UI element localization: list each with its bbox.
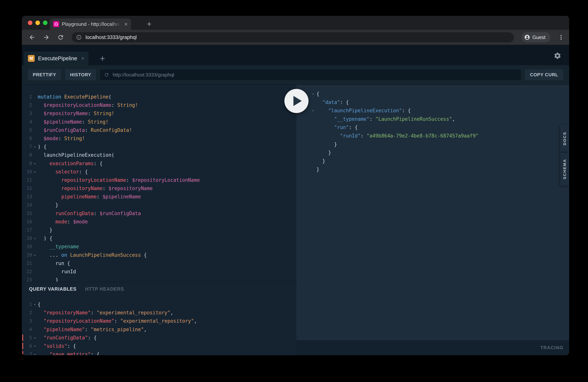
tab-query-variables[interactable]: QUERY VARIABLES bbox=[29, 286, 77, 292]
browser-tab[interactable]: Playground - http://localhost:3 × bbox=[50, 19, 131, 30]
fold-caret-icon[interactable]: ▾ bbox=[32, 350, 38, 355]
query-editor-line[interactable]: 16 mode: $mode bbox=[22, 217, 296, 226]
line-number: 20 bbox=[22, 251, 32, 259]
response-line[interactable]: "__typename": "LaunchPipelineRunSuccess"… bbox=[310, 115, 569, 123]
query-editor-line[interactable]: 7▾) { bbox=[22, 143, 296, 151]
query-editor-line[interactable]: 6 $mode: String! bbox=[22, 134, 296, 143]
fold-caret-icon[interactable]: ▾ bbox=[310, 106, 316, 115]
variables-editor-line[interactable]: 5▾ "runConfigData": { bbox=[22, 334, 296, 342]
response-line[interactable]: "data": { bbox=[310, 98, 569, 106]
fold-caret-icon[interactable]: ▾ bbox=[32, 342, 38, 350]
query-editor-line[interactable]: 1mutation ExecutePipeline( bbox=[22, 93, 296, 101]
code-line-text: } bbox=[316, 165, 569, 174]
fold-gutter bbox=[310, 149, 316, 157]
variables-editor-line[interactable]: 2 "repositoryName": "experimental_reposi… bbox=[22, 309, 296, 317]
fold-caret-icon[interactable]: ▾ bbox=[310, 90, 316, 98]
variables-editor[interactable]: 1▾{2 "repositoryName": "experimental_rep… bbox=[22, 296, 296, 355]
query-editor-line[interactable]: 14 } bbox=[22, 201, 296, 209]
query-editor-line[interactable]: 15 runConfigData: $runConfigData bbox=[22, 209, 296, 217]
line-number: 3 bbox=[22, 109, 32, 118]
query-editor-line[interactable]: 18▾ ) { bbox=[22, 234, 296, 242]
fold-gutter bbox=[310, 132, 316, 140]
window-close-button[interactable] bbox=[28, 21, 32, 25]
history-button[interactable]: HISTORY bbox=[65, 69, 96, 80]
prettify-button[interactable]: PRETTIFY bbox=[28, 69, 61, 80]
variables-editor-line[interactable]: 7▾ "save_metrics": { bbox=[22, 350, 296, 355]
browser-new-tab-button[interactable]: + bbox=[144, 19, 154, 29]
playground-new-tab-button[interactable]: + bbox=[97, 53, 108, 64]
copy-curl-button[interactable]: COPY CURL bbox=[525, 69, 563, 80]
fold-caret-icon[interactable]: ▾ bbox=[32, 300, 38, 309]
fold-gutter bbox=[310, 123, 316, 132]
code-line-text: $runConfigData: RunConfigData! bbox=[38, 126, 296, 134]
query-editor-line[interactable]: 21 run { bbox=[22, 259, 296, 268]
execute-button[interactable] bbox=[284, 89, 309, 113]
forward-icon[interactable] bbox=[43, 34, 50, 41]
query-editor-line[interactable]: 5 $runConfigData: RunConfigData! bbox=[22, 126, 296, 134]
browser-tab-close-icon[interactable]: × bbox=[124, 21, 128, 27]
query-editor-line[interactable]: 8 launchPipelineExecution( bbox=[22, 151, 296, 159]
query-editor-line[interactable]: 9▾ executionParams: { bbox=[22, 159, 296, 168]
playground-tab-executepipeline[interactable]: M ExecutePipeline × bbox=[24, 52, 88, 65]
fold-caret-icon[interactable]: ▾ bbox=[32, 334, 38, 342]
variables-editor-line[interactable]: 4 "pipelineName": "metrics_pipeline", bbox=[22, 325, 296, 334]
back-icon[interactable] bbox=[29, 34, 35, 41]
query-editor-line[interactable]: 19 __typename bbox=[22, 242, 296, 251]
query-editor-line[interactable]: 4 $pipelineName: String! bbox=[22, 118, 296, 126]
fold-gutter bbox=[32, 217, 38, 226]
response-line[interactable]: } bbox=[310, 140, 569, 149]
response-line[interactable]: ▾{ bbox=[310, 90, 569, 98]
response-line[interactable]: } bbox=[310, 157, 569, 165]
query-editor-line[interactable]: 3 $repositoryName: String! bbox=[22, 109, 296, 118]
fold-caret-icon[interactable]: ▾ bbox=[32, 234, 38, 242]
query-editor[interactable]: 1mutation ExecutePipeline(2 $repositoryL… bbox=[22, 85, 296, 282]
reload-schema-icon[interactable] bbox=[104, 72, 109, 77]
reload-icon[interactable] bbox=[57, 34, 64, 41]
query-editor-line[interactable]: 13 pipelineName: $pipelineName bbox=[22, 192, 296, 201]
window-minimize-button[interactable] bbox=[35, 21, 40, 25]
code-line-text: "__typename": "LaunchPipelineRunSuccess"… bbox=[316, 115, 569, 123]
tracing-bar[interactable]: TRACING bbox=[296, 340, 569, 355]
response-line[interactable]: "runId": "a49b864a-79e2-4be8-b78c-687457… bbox=[310, 132, 569, 140]
endpoint-field[interactable]: http://localhost:3333/graphql bbox=[100, 69, 521, 80]
query-editor-line[interactable]: 23 } bbox=[22, 276, 296, 282]
playground-tab-close-icon[interactable]: × bbox=[81, 55, 84, 62]
query-editor-line[interactable]: 2 $repositoryLocationName: String! bbox=[22, 101, 296, 109]
kebab-menu-icon[interactable] bbox=[558, 34, 564, 41]
fold-gutter bbox=[310, 115, 316, 123]
response-viewer[interactable]: ▾{ "data": {▾ "launchPipelineExecution":… bbox=[296, 85, 569, 340]
schema-side-tab[interactable]: SCHEMA bbox=[560, 152, 569, 186]
profile-label: Guest bbox=[532, 35, 546, 40]
profile-chip[interactable]: Guest bbox=[522, 32, 550, 42]
fold-gutter bbox=[310, 140, 316, 149]
code-line-text: runConfigData: $runConfigData bbox=[38, 209, 296, 217]
line-number: 22 bbox=[22, 268, 32, 276]
fold-caret-icon[interactable]: ▾ bbox=[32, 168, 38, 176]
response-line[interactable]: ▾ "launchPipelineExecution": { bbox=[310, 106, 569, 115]
response-line[interactable]: } bbox=[310, 149, 569, 157]
address-bar[interactable]: localhost:3333/graphql bbox=[72, 32, 514, 42]
fold-caret-icon[interactable]: ▾ bbox=[32, 143, 38, 151]
site-info-icon[interactable] bbox=[76, 35, 82, 40]
window-zoom-button[interactable] bbox=[43, 21, 47, 25]
response-line[interactable]: } bbox=[310, 165, 569, 174]
settings-gear-icon[interactable] bbox=[554, 52, 561, 60]
variables-editor-line[interactable]: 1▾{ bbox=[22, 300, 296, 309]
docs-side-tab[interactable]: DOCS bbox=[560, 125, 569, 152]
query-editor-line[interactable]: 20▾ ... on LaunchPipelineRunSuccess { bbox=[22, 251, 296, 259]
fold-caret-icon[interactable]: ▾ bbox=[32, 251, 38, 259]
query-editor-line[interactable]: 11 repositoryLocationName: $repositoryLo… bbox=[22, 176, 296, 184]
tab-http-headers[interactable]: HTTP HEADERS bbox=[85, 286, 124, 292]
response-line[interactable]: "run": { bbox=[310, 123, 569, 132]
query-editor-line[interactable]: 22 runId bbox=[22, 268, 296, 276]
fold-caret-icon[interactable]: ▾ bbox=[32, 159, 38, 168]
variables-editor-line[interactable]: 3 "repositoryLocationName": "experimenta… bbox=[22, 317, 296, 325]
query-editor-line[interactable]: 17 } bbox=[22, 226, 296, 234]
code-line-text: launchPipelineExecution( bbox=[38, 151, 296, 159]
query-editor-line[interactable]: 12 repositoryName: $repositoryName bbox=[22, 184, 296, 192]
code-line-text: } bbox=[316, 140, 569, 149]
query-editor-pane[interactable]: 1mutation ExecutePipeline(2 $repositoryL… bbox=[22, 85, 296, 355]
code-line-text: } bbox=[316, 149, 569, 157]
query-editor-line[interactable]: 10▾ selector: { bbox=[22, 168, 296, 176]
variables-editor-line[interactable]: 6▾ "solids": { bbox=[22, 342, 296, 350]
